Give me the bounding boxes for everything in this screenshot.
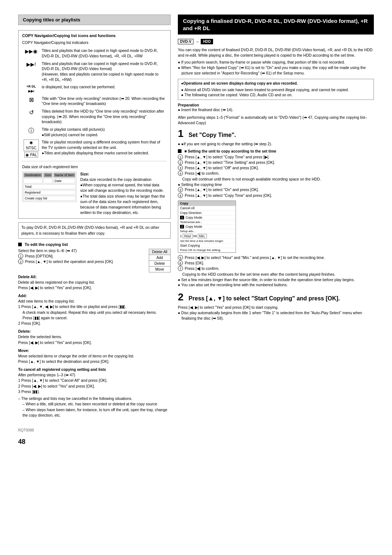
- edit-copying-list-title: To edit the copying list: [18, 242, 171, 247]
- table-cell: Destination: [23, 173, 42, 178]
- step-2-block: 2 Press [▲, ▼] to select "Start Copying"…: [178, 292, 374, 321]
- move-desc: Move selected items or change the order …: [18, 353, 171, 359]
- cs-set-text: Set the time a few minutes longer.: [178, 239, 236, 243]
- icon-desc-7: Title or playlist recorded using a diffe…: [40, 138, 167, 159]
- step-2-header: 2 Press [▲, ▼] to select "Start Copying"…: [178, 292, 374, 303]
- edit-copying-list-label: To edit the copying list: [25, 242, 68, 247]
- bullet-2: When "Rec for High Speed Copy" (➡ 61) is…: [178, 65, 374, 76]
- table-cell: Size: [43, 173, 53, 178]
- table-row: ▶▶◉ Titles and playlists that can be cop…: [22, 47, 167, 60]
- table-cell: Registered: [23, 190, 75, 195]
- add-section: Add: Add new items to the copying list. …: [18, 293, 171, 326]
- warning-box: ●Operations and on screen displays durin…: [178, 79, 374, 100]
- cancel-situation-1: – When a title, still picture, etc. has …: [18, 401, 171, 407]
- add-button[interactable]: Add: [149, 255, 170, 261]
- cs-row-1: 1 Copy Mode: [178, 215, 236, 220]
- add-desc: Add new items to the copying list.: [18, 299, 171, 304]
- page-num: 48: [18, 438, 171, 446]
- add-step-1: 1 Press [▲, ▼, ◀, ▶] to select the title…: [18, 304, 171, 309]
- setting-unit-title: ■ Setting the unit to copy according to …: [178, 149, 374, 153]
- circ-4b: 4: [178, 193, 183, 198]
- circ-1a: 1: [178, 154, 183, 159]
- move-button[interactable]: Move: [149, 267, 170, 272]
- cs-time-row: 1 Hour 00 Min.: [178, 234, 236, 239]
- step-2-bullet-1: Disc play automatically begins from titl…: [178, 310, 374, 321]
- delete-button[interactable]: Delete: [149, 261, 170, 267]
- delete-all-desc: Delete all items registered on the copyi…: [18, 280, 171, 285]
- copy-time-step-1: 3 Press [▲, ▼] to select "On" and press …: [178, 187, 374, 193]
- cancel-all-section: To cancel all registered copying setting…: [18, 367, 171, 418]
- table-row: ⓘ Title or playlist contains still pictu…: [22, 126, 167, 138]
- setting-step-4: 4 Press [◀] to confirm.: [178, 171, 374, 176]
- warning-title: ●Operations and on screen displays durin…: [181, 81, 371, 86]
- table-row: ⊠ Title with "One time only recording" r…: [22, 95, 167, 108]
- step-1-title: Set "Copy Time".: [189, 132, 236, 138]
- size-description: Data size recorded to the copy destinati…: [80, 177, 167, 216]
- extra-note-1: Set a few minutes longer than the source…: [178, 277, 374, 283]
- icon-high-speed-1: ▶▶◉: [22, 47, 40, 60]
- cs-highlight-2: 2: [180, 225, 184, 228]
- cancel-all-step-3: 3 Press [▮▮].: [18, 389, 171, 394]
- circ-2: 2: [18, 259, 23, 264]
- cs-press-text: Press OK to change the setting.: [178, 248, 236, 252]
- dvd-hdd-badge: DVD-V → HDD: [178, 39, 374, 44]
- warning-bullet-2: The following cannot be copied: Video CD…: [181, 92, 371, 98]
- step-1-block: 1 Set "Copy Time". ●If you are not going…: [178, 129, 374, 288]
- after-steps-text: After performing steps 1–5 ("Format" is …: [178, 115, 374, 126]
- cs-start-copying: Start Copying: [178, 243, 236, 248]
- icon-desc-2: Titles and playlists that can be copied …: [40, 60, 167, 84]
- warning-bullet-1: Almost all DVD-Video on sale have been t…: [181, 87, 371, 93]
- table-row: ↺ Titles deleted from the HDD by "One ti…: [22, 108, 167, 126]
- cs-title: Copy: [178, 201, 236, 206]
- setting-unit-subsection: ■ Setting the unit to copy according to …: [178, 149, 374, 198]
- cs-row-direction: Copy Direction: [178, 211, 236, 215]
- copy-nav-title: COPY Navigator/Copying list icons and fu…: [22, 33, 167, 38]
- right-main-title: Copying a finalised DVD-R, DVD-R DL, DVD…: [178, 15, 374, 35]
- add-step-1a: A check mark is displayed. Repeat this s…: [18, 310, 171, 315]
- icon-desc-1: Titles and playlists that can be copied …: [40, 47, 167, 60]
- cs-row-2: 2 Copy Mode: [178, 224, 236, 229]
- copy-time-step-2: 4 Press [▲, ▼] to select "Copy Time" and…: [178, 193, 374, 198]
- copy-continues-note: Copy will continue until there is not en…: [178, 177, 374, 182]
- copy-nav-subtitle: COPY Navigator/Copying list indicators: [22, 40, 167, 45]
- arrow-icon: →: [195, 39, 199, 44]
- dvd-badge: DVD-V: [178, 39, 193, 44]
- cs-highlight-1: 1: [180, 216, 184, 219]
- hdd-badge: HDD: [201, 39, 213, 44]
- page-container: Copying titles or playlists COPY Navigat…: [18, 15, 374, 446]
- delete-desc: Delete the selected items.: [18, 334, 171, 340]
- cancel-situation-2: – When steps have been taken, for instan…: [18, 407, 171, 418]
- edit-step-intro: Select the item in step 6–⑥ (➡ 47): [18, 248, 171, 254]
- left-column: Copying titles or playlists COPY Navigat…: [18, 15, 171, 446]
- setting-step-1: 1 Press [▲, ▼] to select "Copy Time" and…: [178, 154, 374, 160]
- step-1-number: 1: [178, 129, 184, 139]
- cs-row-cancel: Cancel All: [178, 206, 236, 211]
- delete-all-button[interactable]: Delete All: [149, 249, 170, 255]
- table-cell: Total: [23, 184, 75, 189]
- icon-one-time: ⊠: [22, 95, 40, 108]
- circ-1: 1: [18, 254, 23, 259]
- icon-deleted: ↺: [22, 108, 40, 126]
- cs-row-title1: Testimonial adv...: [178, 220, 236, 224]
- step-2-desc: Press [◀, ▶] to select "Yes" and press […: [178, 305, 374, 310]
- copy-nav-box: COPY Navigator/Copying list icons and fu…: [18, 30, 171, 219]
- step-2-title: Press [▲, ▼] to select "Start Copying" a…: [189, 295, 340, 302]
- step-2-number: 2: [178, 292, 184, 302]
- move-note: Press [▲, ▼] to select the destination a…: [18, 359, 171, 364]
- edit-buttons: Delete All Add Delete Move: [149, 249, 171, 272]
- delete-note: Press [◀, ▶] to select "Yes" and press […: [18, 340, 171, 345]
- cancel-all-intro: After performing steps 1–3 (➡ 47): [18, 372, 171, 378]
- setting-unit-label: ■ Setting the unit to copy according to …: [184, 149, 276, 153]
- finalise-note-text: To play DVD-R, DVD-R DL,DVD-RW (DVD-Vide…: [21, 225, 159, 235]
- bottom-left-footer: RQT9088 48: [18, 421, 171, 446]
- add-title: Add:: [18, 293, 171, 298]
- edit-step-2: 2 Press [▲, ▼] to select the operation a…: [18, 259, 171, 264]
- doc-num: RQT9088: [18, 428, 171, 432]
- left-section-title: Copying titles or playlists: [18, 15, 171, 25]
- icons-table: ▶▶◉ Titles and playlists that can be cop…: [22, 47, 167, 159]
- setting-step-3: 3 Press [▲, ▼] to select "Off" and press…: [178, 165, 374, 171]
- extra-note-2: You can also set the recording time with…: [178, 282, 374, 288]
- circ-5: 5: [178, 255, 183, 260]
- table-cell: Date: [53, 178, 76, 183]
- icon-rdl: +R DL ▶▶!: [22, 83, 40, 94]
